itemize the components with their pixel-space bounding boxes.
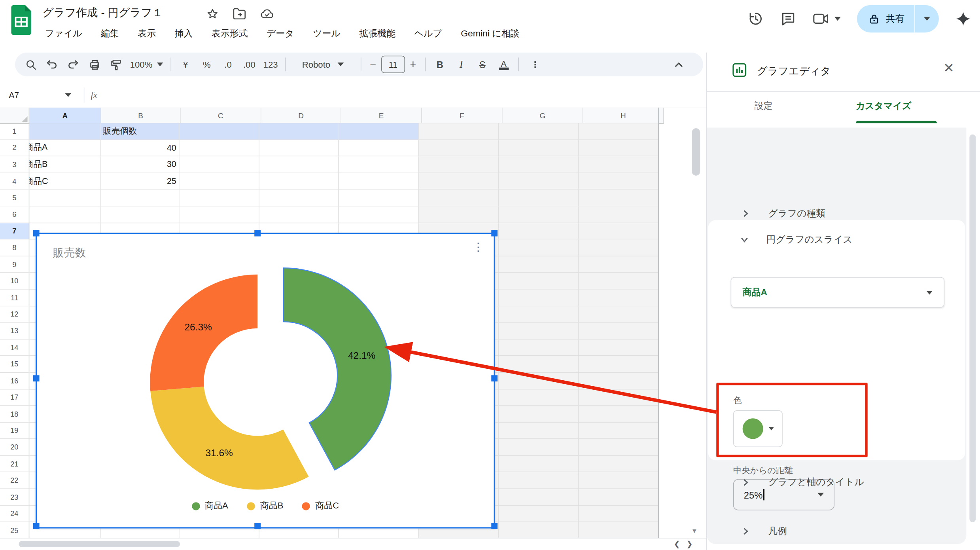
row-header-16[interactable]: 16 <box>0 373 29 389</box>
cell-C2[interactable] <box>180 140 259 156</box>
column-header-H[interactable]: H <box>583 108 664 124</box>
scroll-down-arrow-icon[interactable]: ▼ <box>691 527 698 534</box>
cell-H13[interactable] <box>579 323 659 339</box>
pie-slice-商品B[interactable] <box>150 387 308 490</box>
cell-H16[interactable] <box>579 373 659 389</box>
cell-G6[interactable] <box>499 207 579 223</box>
cell-H12[interactable] <box>579 306 659 323</box>
row-header-7[interactable]: 7 <box>0 223 29 240</box>
meet-button[interactable] <box>813 11 841 26</box>
paint-format-button[interactable] <box>105 55 127 74</box>
row-header-8[interactable]: 8 <box>0 240 29 256</box>
cell-H17[interactable] <box>579 389 659 406</box>
menu-4[interactable]: 表示形式 <box>210 26 249 40</box>
row-header-18[interactable]: 18 <box>0 406 29 423</box>
pie-slice-商品C[interactable] <box>150 275 257 391</box>
cell-F3[interactable] <box>419 156 499 173</box>
cell-B6[interactable] <box>100 207 179 223</box>
more-toolbar-button[interactable]: ⋮ <box>525 55 546 74</box>
cell-H22[interactable] <box>579 472 659 489</box>
cell-G18[interactable] <box>499 406 579 423</box>
cell-G1[interactable] <box>499 123 579 140</box>
cell-H1[interactable] <box>579 123 659 140</box>
cell-F6[interactable] <box>419 207 499 223</box>
cell-G9[interactable] <box>499 256 579 273</box>
column-header-G[interactable]: G <box>503 108 583 124</box>
cell-H19[interactable] <box>579 423 659 439</box>
row-header-12[interactable]: 12 <box>0 306 29 323</box>
cell-D5[interactable] <box>259 190 339 206</box>
print-button[interactable] <box>84 55 105 74</box>
chart-options-icon[interactable]: ⋮ <box>473 240 484 254</box>
embedded-chart[interactable]: 販売数 ⋮ 42.1%31.6%26.3% 商品A商品B商品C <box>36 233 495 529</box>
cell-G20[interactable] <box>499 439 579 456</box>
cell-G11[interactable] <box>499 290 579 306</box>
cell-D2[interactable] <box>259 140 339 156</box>
cell-H7[interactable] <box>579 223 659 240</box>
cell-A2[interactable]: 商品A <box>29 140 100 156</box>
name-box[interactable]: A7 <box>0 90 78 100</box>
row-header-25[interactable]: 25 <box>0 522 29 538</box>
chart-resize-handle[interactable] <box>33 230 40 237</box>
row-header-15[interactable]: 15 <box>0 356 29 373</box>
italic-button[interactable]: I <box>450 55 472 74</box>
cell-H4[interactable] <box>579 173 659 190</box>
collapse-toolbar-button[interactable] <box>668 55 690 74</box>
column-header-B[interactable]: B <box>101 108 181 124</box>
share-button[interactable]: 共有 <box>857 5 914 33</box>
menu-8[interactable]: ヘルプ <box>413 26 443 40</box>
cell-D6[interactable] <box>259 207 339 223</box>
cell-G3[interactable] <box>499 156 579 173</box>
column-header-E[interactable]: E <box>341 108 422 124</box>
menu-5[interactable]: データ <box>265 26 295 40</box>
cell-A4[interactable]: 商品C <box>29 173 100 190</box>
cell-H2[interactable] <box>579 140 659 156</box>
cell-F1[interactable] <box>419 123 499 140</box>
cell-E4[interactable] <box>339 173 419 190</box>
cell-F5[interactable] <box>419 190 499 206</box>
cell-F2[interactable] <box>419 140 499 156</box>
strikethrough-button[interactable]: S <box>472 55 493 74</box>
font-family-control[interactable]: Roboto <box>289 55 357 74</box>
cell-G23[interactable] <box>499 489 579 506</box>
cell-D4[interactable] <box>259 173 339 190</box>
cell-H8[interactable] <box>579 240 659 256</box>
cell-E1[interactable] <box>339 123 419 140</box>
cell-A6[interactable] <box>29 207 100 223</box>
cell-G8[interactable] <box>499 240 579 256</box>
version-history-icon[interactable] <box>747 11 764 27</box>
cell-G17[interactable] <box>499 389 579 406</box>
bold-button[interactable]: B <box>429 55 451 74</box>
cell-H6[interactable] <box>579 207 659 223</box>
legend-item-商品C[interactable]: 商品C <box>302 500 339 511</box>
cell-H25[interactable] <box>579 522 659 538</box>
menu-6[interactable]: ツール <box>312 26 342 40</box>
sheet-vertical-scrollbar[interactable] <box>692 128 700 176</box>
menu-9[interactable]: Gemini に相談 <box>460 26 521 40</box>
cell-G19[interactable] <box>499 423 579 439</box>
cell-G12[interactable] <box>499 306 579 323</box>
chart-resize-handle[interactable] <box>254 523 261 529</box>
cell-A5[interactable] <box>29 190 100 206</box>
row-header-13[interactable]: 13 <box>0 323 29 339</box>
chart-resize-handle[interactable] <box>491 375 498 381</box>
section-legend[interactable]: 凡例 <box>707 519 967 543</box>
row-header-6[interactable]: 6 <box>0 207 29 223</box>
row-header-10[interactable]: 10 <box>0 273 29 290</box>
row-header-24[interactable]: 24 <box>0 506 29 522</box>
cloud-saved-icon[interactable] <box>260 8 274 20</box>
section-pie-slice[interactable]: 円グラフのスライス <box>740 234 852 246</box>
sheet-horizontal-scrollbar[interactable] <box>19 541 180 547</box>
cell-F4[interactable] <box>419 173 499 190</box>
row-header-11[interactable]: 11 <box>0 290 29 306</box>
cell-H11[interactable] <box>579 290 659 306</box>
cell-H14[interactable] <box>579 339 659 356</box>
cell-B3[interactable]: 30 <box>100 156 179 173</box>
cell-C1[interactable] <box>180 123 259 140</box>
cell-B4[interactable]: 25 <box>100 173 179 190</box>
cell-H21[interactable] <box>579 456 659 472</box>
menu-3[interactable]: 挿入 <box>173 26 194 40</box>
row-header-22[interactable]: 22 <box>0 472 29 489</box>
decrease-font-size-button[interactable]: − <box>365 55 381 74</box>
legend-item-商品A[interactable]: 商品A <box>192 500 228 511</box>
